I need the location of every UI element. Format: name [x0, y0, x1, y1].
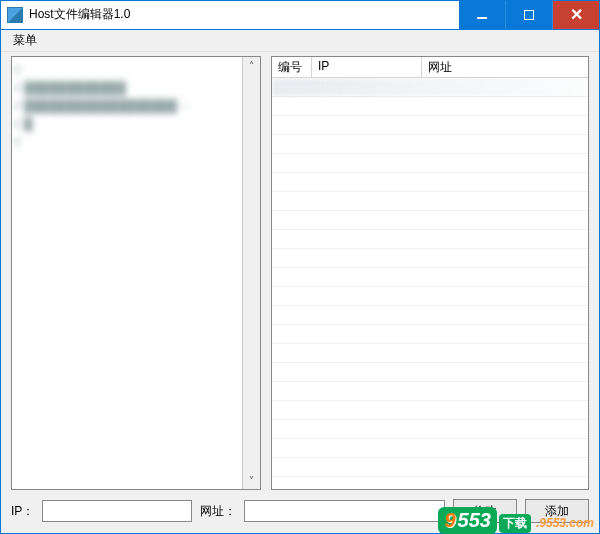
main-area: # # ████████████ # ██████████████████ ─ …	[1, 52, 599, 490]
table-row[interactable]	[272, 344, 588, 363]
table-row[interactable]	[272, 401, 588, 420]
table-row[interactable]	[272, 268, 588, 287]
close-button[interactable]: ✕	[553, 1, 599, 29]
url-input[interactable]	[244, 500, 445, 522]
table-row[interactable]	[272, 78, 588, 97]
url-label: 网址：	[200, 503, 236, 520]
minimize-button[interactable]	[459, 1, 506, 29]
title-bar: Host文件编辑器1.0 ✕	[1, 1, 599, 30]
scroll-up-button[interactable]: ˄	[243, 57, 260, 74]
table-body[interactable]	[272, 78, 588, 489]
column-header-no[interactable]: 编号	[272, 57, 312, 77]
table-row[interactable]	[272, 116, 588, 135]
table-row[interactable]	[272, 249, 588, 268]
table-row[interactable]	[272, 97, 588, 116]
table-row[interactable]	[272, 173, 588, 192]
minimize-icon	[477, 17, 487, 19]
table-row[interactable]	[272, 420, 588, 439]
table-row[interactable]	[272, 458, 588, 477]
table-row[interactable]	[272, 363, 588, 382]
add-button[interactable]: 添加	[525, 499, 589, 523]
table-header: 编号 IP 网址	[272, 57, 588, 78]
table-row[interactable]	[272, 382, 588, 401]
vertical-scrollbar[interactable]: ˄ ˅	[242, 57, 260, 489]
modify-button[interactable]: 修改	[453, 499, 517, 523]
menu-item-main[interactable]: 菜单	[7, 30, 43, 51]
table-row[interactable]	[272, 230, 588, 249]
ip-label: IP：	[11, 503, 34, 520]
table-row[interactable]	[272, 135, 588, 154]
hosts-text-content: # # ████████████ # ██████████████████ ─ …	[12, 57, 260, 489]
maximize-button[interactable]	[506, 1, 553, 29]
close-icon: ✕	[570, 7, 583, 23]
window-controls: ✕	[459, 1, 599, 29]
table-row[interactable]	[272, 325, 588, 344]
window-title: Host文件编辑器1.0	[29, 6, 130, 23]
table-row[interactable]	[272, 211, 588, 230]
ip-input[interactable]	[42, 500, 192, 522]
bottom-form: IP： 网址： 修改 添加	[1, 490, 599, 533]
hosts-blurred-text: # # ████████████ # ██████████████████ ─ …	[14, 61, 258, 151]
menu-bar: 菜单	[1, 30, 599, 53]
entries-table: 编号 IP 网址	[271, 56, 589, 490]
maximize-icon	[524, 10, 534, 20]
table-row[interactable]	[272, 154, 588, 173]
app-window: Host文件编辑器1.0 ✕ 菜单 # # ████████████ # ███…	[0, 0, 600, 534]
column-header-url[interactable]: 网址	[422, 57, 588, 77]
table-row[interactable]	[272, 477, 588, 489]
table-row[interactable]	[272, 306, 588, 325]
table-row[interactable]	[272, 192, 588, 211]
app-icon	[7, 7, 23, 23]
column-header-ip[interactable]: IP	[312, 57, 422, 77]
scroll-down-button[interactable]: ˅	[243, 472, 260, 489]
table-row[interactable]	[272, 287, 588, 306]
table-row[interactable]	[272, 439, 588, 458]
hosts-text-list[interactable]: # # ████████████ # ██████████████████ ─ …	[11, 56, 261, 490]
